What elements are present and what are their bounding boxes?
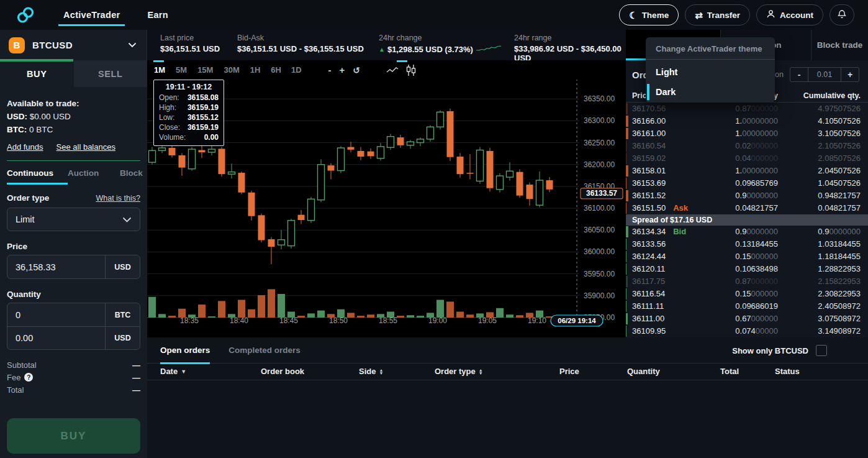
order-book-ask-row[interactable]: 36159.020.040000002.08507526 — [626, 152, 868, 165]
transfer-button-label: Transfer — [707, 11, 740, 20]
transfer-button[interactable]: ⇄ Transfer — [685, 4, 750, 25]
btc-coin-icon: B — [9, 37, 25, 53]
svg-text:19:05: 19:05 — [478, 316, 497, 325]
mode-tab-block[interactable]: Block — [120, 168, 140, 183]
order-book-ask-row[interactable]: 36151.50Ask0.048217570.04821757 — [626, 202, 868, 214]
timeframe-button-1m[interactable]: 1M — [154, 65, 165, 75]
fee-row: Fee ? — — [7, 371, 140, 383]
mode-tab-continuous[interactable]: Continuous — [7, 168, 68, 183]
stat-24hr-range: 24hr range $33,986.92 USD - $36,450.00 U… — [514, 34, 626, 63]
order-book-ask-row[interactable]: 36160.540.020000002.10507526 — [626, 140, 868, 152]
zoom-out-button[interactable]: - — [328, 65, 332, 75]
market-tab-block-trade[interactable]: Block trade — [811, 30, 868, 60]
zoom-in-button[interactable]: + — [340, 65, 345, 75]
theme-option-light[interactable]: Light — [646, 62, 775, 82]
order-book-bid-row[interactable]: 36133.560.131844551.03184455 — [626, 238, 868, 250]
order-book-ask-row[interactable]: 36161.001.000000003.10507526 — [626, 127, 868, 140]
svg-text:36000.00: 36000.00 — [584, 247, 615, 256]
show-only-btcusd-checkbox[interactable] — [816, 345, 827, 356]
stat-24hr-change: 24hr change ▲ $1,298.55 USD (3.73%) — [379, 34, 502, 55]
aggregation-value: 0.01 — [808, 68, 841, 81]
moon-icon: ☾ — [629, 11, 637, 20]
svg-text:36133.57: 36133.57 — [586, 189, 617, 198]
order-book-bid-row[interactable]: 36111.000.670000003.07508972 — [626, 313, 868, 325]
svg-text:36200.00: 36200.00 — [584, 160, 615, 169]
timeframe-button-6h[interactable]: 6H — [271, 65, 281, 75]
divider — [7, 160, 140, 161]
nav-item-earn[interactable]: Earn — [133, 0, 181, 30]
timeframe-button-5m[interactable]: 5M — [176, 65, 187, 75]
help-question-icon[interactable]: ? — [24, 373, 33, 382]
nav-item-activetrader[interactable]: ActiveTrader — [50, 0, 133, 30]
orders-column-quantity: Quantity — [627, 367, 660, 376]
add-funds-link[interactable]: Add funds — [7, 142, 43, 152]
divider — [646, 59, 775, 60]
orders-column-order-type[interactable]: Order type▲▼ — [435, 367, 483, 376]
theme-button[interactable]: ☾ Theme — [619, 4, 679, 25]
order-type-select[interactable]: Limit — [7, 208, 140, 231]
timeframe-button-1d[interactable]: 1D — [291, 65, 302, 75]
pair-selector[interactable]: B BTCUSD — [0, 30, 147, 60]
tab-completed-orders[interactable]: Completed orders — [228, 337, 301, 364]
account-button[interactable]: Account — [756, 4, 823, 25]
svg-text:18:35: 18:35 — [180, 316, 199, 325]
line-chart-icon[interactable] — [386, 66, 399, 74]
top-nav: ActiveTrader Earn ☾ Theme ⇄ Transfer Acc… — [0, 0, 868, 30]
up-triangle-icon: ▲ — [379, 46, 385, 53]
order-book-ask-row[interactable]: 36153.690.096857691.04507526 — [626, 177, 868, 190]
aggregation-stepper: - 0.01 + — [790, 67, 859, 82]
spread-row: Spread of $17.16 USD — [626, 214, 868, 226]
subtotal-row: Subtotal — — [7, 359, 140, 371]
order-book-ask-row[interactable]: 36158.011.000000002.04507526 — [626, 165, 868, 177]
aggregation-increment-button[interactable]: + — [841, 68, 859, 81]
order-book-bid-row[interactable]: 36117.750.870000002.15822953 — [626, 275, 868, 288]
timeframe-button-30m[interactable]: 30M — [224, 65, 239, 75]
aggregation-decrement-button[interactable]: - — [790, 68, 808, 81]
orders-column-side[interactable]: Side▲▼ — [359, 367, 383, 376]
quantity-btc-unit: BTC — [105, 303, 140, 326]
gemini-logo-icon[interactable] — [16, 6, 35, 24]
what-is-this-link[interactable]: What is this? — [96, 194, 140, 203]
tab-open-orders[interactable]: Open orders — [160, 337, 210, 364]
notifications-button[interactable] — [830, 4, 854, 25]
stat-bid-ask: Bid-Ask $36,151.51 USD - $36,155.15 USD — [237, 34, 364, 53]
sell-tab[interactable]: SELL — [74, 60, 148, 87]
quantity-usd-unit: USD — [105, 327, 140, 349]
order-book-bid-row[interactable]: 36111.110.096860192.40508972 — [626, 300, 868, 313]
chevron-down-icon — [122, 215, 132, 224]
price-input[interactable]: 36,158.33 — [7, 255, 105, 278]
order-book-bid-row[interactable]: 36109.950.074000003.14908972 — [626, 325, 868, 337]
reset-zoom-button[interactable]: ↺ — [353, 65, 360, 75]
quantity-btc-input[interactable]: 0 — [7, 303, 105, 326]
order-book-ask-row[interactable]: 36151.520.900000000.94821757 — [626, 190, 868, 202]
buy-submit-button[interactable]: BUY — [7, 418, 140, 454]
order-book-ask-row[interactable]: 36170.560.870000004.97507526 — [626, 103, 868, 115]
order-book-bid-row[interactable]: 36124.440.150000001.18184455 — [626, 250, 868, 263]
svg-text:36100.00: 36100.00 — [584, 204, 615, 213]
buy-side-indicator — [0, 59, 73, 62]
available-btc: BTC: 0 BTC — [7, 125, 140, 134]
timeframe-button-15m[interactable]: 15M — [197, 65, 213, 75]
price-chart[interactable]: 1M5M15M30M1H6H1D - + ↺ 19:11 - 19:12 Ope… — [147, 60, 626, 337]
theme-button-label: Theme — [642, 11, 669, 20]
mode-tab-auction[interactable]: Auction — [68, 168, 120, 183]
order-book-bid-row[interactable]: 36120.110.106384981.28822953 — [626, 263, 868, 275]
active-timeframe-indicator — [153, 60, 164, 62]
candlestick-chart-icon[interactable] — [406, 64, 416, 76]
order-book-bid-row[interactable]: 36134.34Bid0.900000000.90000000 — [626, 226, 868, 238]
order-form: BUY SELL Available to trade: USD: $0.00 … — [0, 60, 147, 458]
see-all-balances-link[interactable]: See all balances — [57, 142, 115, 152]
orders-column-status: Status — [775, 367, 800, 376]
timeframe-button-1h[interactable]: 1H — [250, 65, 261, 75]
available-to-trade-title: Available to trade: — [7, 99, 140, 108]
svg-text:18:50: 18:50 — [329, 316, 348, 325]
theme-option-dark[interactable]: Dark — [646, 82, 775, 102]
svg-text:36300.00: 36300.00 — [584, 116, 615, 125]
buy-tab[interactable]: BUY — [0, 60, 74, 87]
orders-column-date[interactable]: Date▼ — [160, 367, 186, 376]
order-book-bid-row[interactable]: 36116.540.150000002.30822953 — [626, 288, 868, 300]
quantity-usd-input[interactable]: 0.00 — [7, 327, 105, 349]
person-icon — [766, 9, 775, 21]
nav-actions: ☾ Theme ⇄ Transfer Account — [619, 4, 868, 25]
order-book-ask-row[interactable]: 36166.001.000000004.10507526 — [626, 115, 868, 127]
